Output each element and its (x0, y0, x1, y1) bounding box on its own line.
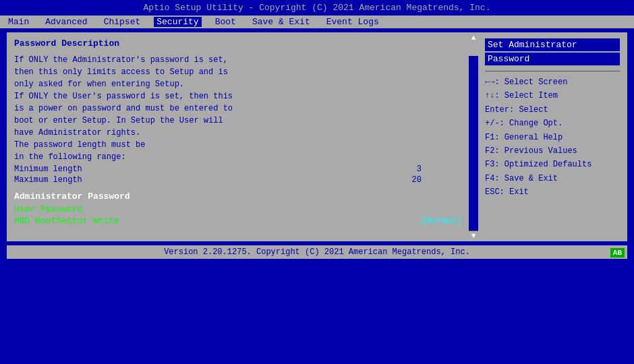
desc-line-2: then this only limits access to Setup an… (14, 67, 228, 77)
desc-line-3: only asked for when entering Setup. (14, 80, 184, 89)
main-content: Password Description If ONLY the Adminis… (7, 32, 627, 241)
key-select-screen: ←→: Select Screen (485, 78, 567, 87)
help-item-7: F4: Save & Exit (485, 172, 620, 185)
key-esc: ESC: Exit (485, 187, 529, 197)
min-length-value: 3 (417, 164, 422, 174)
menu-item-main[interactable]: Main (5, 17, 32, 27)
key-enter: Enter: Select (485, 105, 548, 115)
description-text: If ONLY the Administrator's password is … (14, 54, 462, 163)
max-length-row: Maximum length 20 (14, 175, 462, 185)
min-length-row: Minimum length 3 (14, 164, 462, 174)
desc-line-8: The password length must be (14, 140, 145, 150)
hdd-bootsector-row[interactable]: HDD BootSector Write [Normal] (14, 216, 462, 226)
help-text: ←→: Select Screen ↑↓: Select Item Enter:… (485, 75, 620, 200)
menu-bar: Main Advanced Chipset Security Boot Save… (0, 16, 634, 28)
key-f4: F4: Save & Exit (485, 174, 558, 183)
scroll-track[interactable] (469, 42, 478, 231)
right-panel: Set Administrator Password ←→: Select Sc… (478, 33, 627, 241)
key-f2: F2: Previous Values (485, 146, 577, 156)
user-password-link[interactable]: User Password (14, 204, 462, 214)
key-select-item: ↑↓: Select Item (485, 91, 558, 100)
hdd-label: HDD BootSector Write (14, 216, 420, 226)
menu-item-chipset[interactable]: Chipset (101, 17, 144, 27)
help-item-8: ESC: Exit (485, 185, 620, 199)
left-panel: Password Description If ONLY the Adminis… (7, 33, 469, 241)
ab-badge: AB (610, 248, 625, 257)
desc-line-1: If ONLY the Administrator's password is … (14, 55, 228, 65)
help-item-6: F3: Optimized Defaults (485, 158, 620, 171)
desc-line-7: have Administrator rights. (14, 128, 140, 138)
scroll-up-arrow[interactable]: ▲ (469, 33, 478, 42)
max-length-label: Maximum length (14, 175, 82, 185)
desc-line-4: If ONLY the User's password is set, then… (14, 92, 233, 101)
scroll-thumb[interactable] (469, 42, 478, 56)
menu-item-event-logs[interactable]: Event Logs (324, 17, 382, 27)
key-f1: F1: General Help (485, 133, 563, 142)
help-item-0: ←→: Select Screen (485, 75, 620, 89)
title-text: Aptio Setup Utility - Copyright (C) 2021… (144, 3, 491, 13)
admin-password-heading: Administrator Password (14, 191, 462, 202)
title-bar: Aptio Setup Utility - Copyright (C) 2021… (0, 0, 634, 16)
help-item-3: +/-: Change Opt. (485, 117, 620, 130)
help-item-4: F1: General Help (485, 131, 620, 144)
key-f3: F3: Optimized Defaults (485, 160, 592, 169)
menu-item-security[interactable]: Security (154, 17, 201, 27)
min-length-label: Minimum length (14, 164, 82, 174)
menu-item-advanced[interactable]: Advanced (42, 17, 90, 27)
status-bar: Version 2.20.1275. Copyright (C) 2021 Am… (7, 245, 627, 259)
status-text: Version 2.20.1275. Copyright (C) 2021 Am… (164, 247, 470, 257)
menu-item-save-exit[interactable]: Save & Exit (250, 17, 313, 27)
help-item-2: Enter: Select (485, 103, 620, 117)
max-length-value: 20 (412, 175, 422, 185)
desc-line-6: boot or enter Setup. In Setup the User w… (14, 116, 223, 125)
selected-item-line1: Set Administrator (485, 38, 620, 51)
hdd-value: [Normal] (420, 216, 462, 226)
key-plus-minus: +/-: Change Opt. (485, 119, 563, 128)
scrollbar[interactable]: ▲ ▼ (469, 33, 478, 241)
help-item-1: ↑↓: Select Item (485, 89, 620, 102)
help-item-5: F2: Previous Values (485, 144, 620, 158)
right-panel-divider (485, 71, 620, 71)
selected-item-line2: Password (485, 53, 620, 65)
scroll-down-arrow[interactable]: ▼ (469, 231, 478, 241)
menu-item-boot[interactable]: Boot (212, 17, 239, 27)
section-title: Password Description (14, 38, 462, 49)
desc-line-5: is a power on password and must be enter… (14, 104, 233, 113)
desc-line-9: in the following range: (14, 152, 126, 162)
